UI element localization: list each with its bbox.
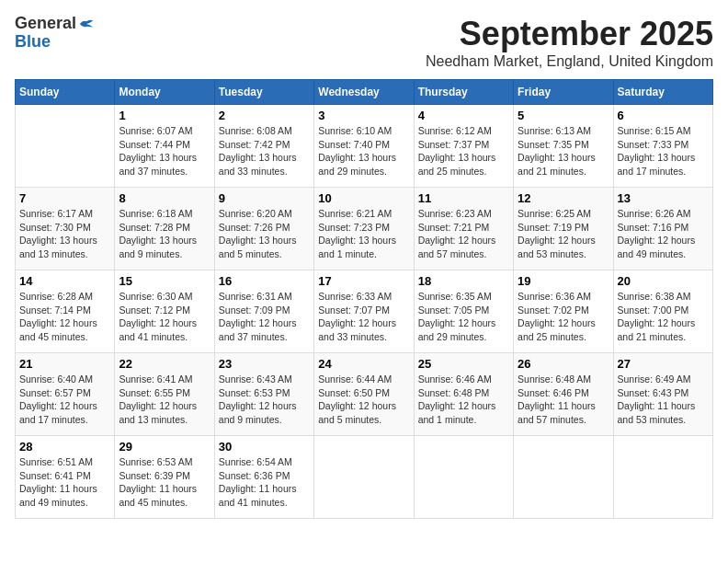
day-number: 10 <box>318 191 409 205</box>
day-info: Sunrise: 6:12 AM Sunset: 7:37 PM Dayligh… <box>418 124 509 178</box>
calendar-cell <box>16 105 115 188</box>
calendar-cell: 5Sunrise: 6:13 AM Sunset: 7:35 PM Daylig… <box>514 105 613 188</box>
day-number: 8 <box>119 191 210 205</box>
day-number: 4 <box>418 109 509 122</box>
day-number: 26 <box>518 357 609 371</box>
day-info: Sunrise: 6:54 AM Sunset: 6:36 PM Dayligh… <box>219 455 310 510</box>
weekday-header-row: SundayMondayTuesdayWednesdayThursdayFrid… <box>16 80 713 105</box>
calendar-cell: 28Sunrise: 6:51 AM Sunset: 6:41 PM Dayli… <box>16 436 115 519</box>
location: Needham Market, England, United Kingdom <box>426 53 713 70</box>
month-title: September 2025 <box>426 15 713 53</box>
day-number: 6 <box>618 109 709 122</box>
day-number: 9 <box>219 191 310 205</box>
day-number: 2 <box>219 109 310 122</box>
day-number: 5 <box>518 109 609 122</box>
day-info: Sunrise: 6:07 AM Sunset: 7:44 PM Dayligh… <box>119 124 210 178</box>
calendar-week-row: 14Sunrise: 6:28 AM Sunset: 7:14 PM Dayli… <box>16 270 713 353</box>
day-number: 3 <box>318 109 409 122</box>
title-area: September 2025 Needham Market, England, … <box>426 15 713 70</box>
day-info: Sunrise: 6:30 AM Sunset: 7:12 PM Dayligh… <box>119 290 210 344</box>
calendar-cell: 10Sunrise: 6:21 AM Sunset: 7:23 PM Dayli… <box>314 188 414 270</box>
page-header: General Blue September 2025 Needham Mark… <box>15 15 713 70</box>
day-info: Sunrise: 6:46 AM Sunset: 6:48 PM Dayligh… <box>418 373 509 427</box>
calendar-cell: 23Sunrise: 6:43 AM Sunset: 6:53 PM Dayli… <box>214 353 313 436</box>
calendar-cell: 20Sunrise: 6:38 AM Sunset: 7:00 PM Dayli… <box>613 270 712 353</box>
day-info: Sunrise: 6:36 AM Sunset: 7:02 PM Dayligh… <box>518 290 609 344</box>
calendar-cell <box>613 436 712 519</box>
calendar-cell: 7Sunrise: 6:17 AM Sunset: 7:30 PM Daylig… <box>16 188 115 270</box>
day-info: Sunrise: 6:23 AM Sunset: 7:21 PM Dayligh… <box>418 207 509 261</box>
calendar-cell: 24Sunrise: 6:44 AM Sunset: 6:50 PM Dayli… <box>314 353 414 436</box>
day-info: Sunrise: 6:13 AM Sunset: 7:35 PM Dayligh… <box>518 124 609 178</box>
day-info: Sunrise: 6:26 AM Sunset: 7:16 PM Dayligh… <box>618 207 709 261</box>
logo-general: General <box>15 14 76 32</box>
calendar-cell: 12Sunrise: 6:25 AM Sunset: 7:19 PM Dayli… <box>514 188 613 270</box>
day-number: 15 <box>119 274 210 288</box>
day-info: Sunrise: 6:15 AM Sunset: 7:33 PM Dayligh… <box>618 124 709 178</box>
calendar-cell <box>414 436 513 519</box>
day-number: 11 <box>418 191 509 205</box>
day-info: Sunrise: 6:28 AM Sunset: 7:14 PM Dayligh… <box>19 290 110 344</box>
calendar-cell <box>314 436 414 519</box>
weekday-header-friday: Friday <box>514 80 613 105</box>
calendar-cell: 29Sunrise: 6:53 AM Sunset: 6:39 PM Dayli… <box>115 436 214 519</box>
calendar-cell: 26Sunrise: 6:48 AM Sunset: 6:46 PM Dayli… <box>514 353 613 436</box>
day-number: 20 <box>618 274 709 288</box>
calendar-cell: 3Sunrise: 6:10 AM Sunset: 7:40 PM Daylig… <box>314 105 414 188</box>
day-info: Sunrise: 6:10 AM Sunset: 7:40 PM Dayligh… <box>318 124 409 178</box>
weekday-header-wednesday: Wednesday <box>314 80 414 105</box>
weekday-header-saturday: Saturday <box>613 80 712 105</box>
day-info: Sunrise: 6:53 AM Sunset: 6:39 PM Dayligh… <box>119 455 210 510</box>
logo-blue: Blue <box>15 32 51 51</box>
day-info: Sunrise: 6:33 AM Sunset: 7:07 PM Dayligh… <box>318 290 409 344</box>
calendar-cell: 4Sunrise: 6:12 AM Sunset: 7:37 PM Daylig… <box>414 105 513 188</box>
day-number: 17 <box>318 274 409 288</box>
day-info: Sunrise: 6:21 AM Sunset: 7:23 PM Dayligh… <box>318 207 409 261</box>
calendar-cell: 9Sunrise: 6:20 AM Sunset: 7:26 PM Daylig… <box>214 188 313 270</box>
calendar-week-row: 28Sunrise: 6:51 AM Sunset: 6:41 PM Dayli… <box>16 436 713 519</box>
calendar-cell: 30Sunrise: 6:54 AM Sunset: 6:36 PM Dayli… <box>214 436 313 519</box>
calendar-cell: 18Sunrise: 6:35 AM Sunset: 7:05 PM Dayli… <box>414 270 513 353</box>
calendar-cell: 13Sunrise: 6:26 AM Sunset: 7:16 PM Dayli… <box>613 188 712 270</box>
calendar-cell: 14Sunrise: 6:28 AM Sunset: 7:14 PM Dayli… <box>16 270 115 353</box>
day-number: 13 <box>618 191 709 205</box>
calendar-cell: 1Sunrise: 6:07 AM Sunset: 7:44 PM Daylig… <box>115 105 214 188</box>
calendar-week-row: 1Sunrise: 6:07 AM Sunset: 7:44 PM Daylig… <box>16 105 713 188</box>
day-info: Sunrise: 6:18 AM Sunset: 7:28 PM Dayligh… <box>119 207 210 261</box>
day-number: 12 <box>518 191 609 205</box>
day-number: 23 <box>219 357 310 371</box>
weekday-header-thursday: Thursday <box>414 80 513 105</box>
day-info: Sunrise: 6:20 AM Sunset: 7:26 PM Dayligh… <box>219 207 310 261</box>
day-number: 27 <box>618 357 709 371</box>
day-number: 28 <box>19 440 110 454</box>
calendar-cell: 16Sunrise: 6:31 AM Sunset: 7:09 PM Dayli… <box>214 270 313 353</box>
day-info: Sunrise: 6:44 AM Sunset: 6:50 PM Dayligh… <box>318 373 409 427</box>
day-info: Sunrise: 6:40 AM Sunset: 6:57 PM Dayligh… <box>19 373 110 427</box>
weekday-header-sunday: Sunday <box>16 80 115 105</box>
day-number: 29 <box>119 440 210 454</box>
calendar-cell: 21Sunrise: 6:40 AM Sunset: 6:57 PM Dayli… <box>16 353 115 436</box>
day-number: 25 <box>418 357 509 371</box>
calendar-cell: 6Sunrise: 6:15 AM Sunset: 7:33 PM Daylig… <box>613 105 712 188</box>
calendar-cell: 8Sunrise: 6:18 AM Sunset: 7:28 PM Daylig… <box>115 188 214 270</box>
calendar-cell: 2Sunrise: 6:08 AM Sunset: 7:42 PM Daylig… <box>214 105 313 188</box>
day-info: Sunrise: 6:38 AM Sunset: 7:00 PM Dayligh… <box>618 290 709 344</box>
logo: General Blue <box>15 15 95 52</box>
day-info: Sunrise: 6:49 AM Sunset: 6:43 PM Dayligh… <box>618 373 709 427</box>
day-number: 24 <box>318 357 409 371</box>
day-info: Sunrise: 6:43 AM Sunset: 6:53 PM Dayligh… <box>219 373 310 427</box>
calendar-cell: 11Sunrise: 6:23 AM Sunset: 7:21 PM Dayli… <box>414 188 513 270</box>
day-number: 16 <box>219 274 310 288</box>
day-number: 14 <box>19 274 110 288</box>
day-info: Sunrise: 6:25 AM Sunset: 7:19 PM Dayligh… <box>518 207 609 261</box>
weekday-header-tuesday: Tuesday <box>214 80 313 105</box>
calendar-cell: 15Sunrise: 6:30 AM Sunset: 7:12 PM Dayli… <box>115 270 214 353</box>
day-info: Sunrise: 6:17 AM Sunset: 7:30 PM Dayligh… <box>19 207 110 261</box>
day-number: 19 <box>518 274 609 288</box>
day-number: 1 <box>119 109 210 122</box>
day-number: 21 <box>19 357 110 371</box>
day-number: 22 <box>119 357 210 371</box>
calendar-week-row: 7Sunrise: 6:17 AM Sunset: 7:30 PM Daylig… <box>16 188 713 270</box>
calendar-cell: 25Sunrise: 6:46 AM Sunset: 6:48 PM Dayli… <box>414 353 513 436</box>
day-info: Sunrise: 6:31 AM Sunset: 7:09 PM Dayligh… <box>219 290 310 344</box>
